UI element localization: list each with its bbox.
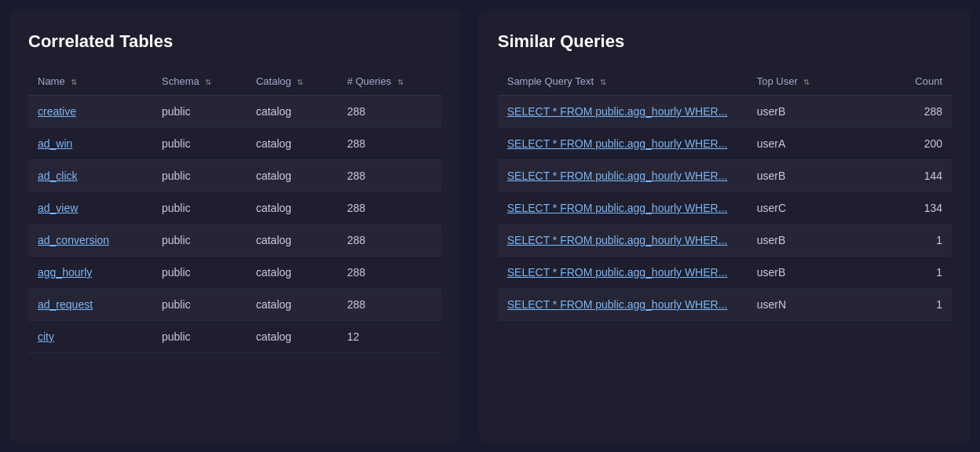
cell-catalog: catalog — [247, 192, 338, 224]
schema-sort-icon[interactable]: ⇅ — [205, 78, 211, 86]
cell-queries: 288 — [338, 192, 441, 224]
cell-top-user: userA — [748, 128, 861, 160]
correlated-tables-table: Name ⇅ Schema ⇅ Catalog ⇅ # Queries ⇅ c — [28, 67, 441, 353]
name-sort-icon[interactable]: ⇅ — [71, 78, 77, 86]
table-row: SELECT * FROM public.agg_hourly WHER... … — [498, 96, 952, 128]
cell-catalog: catalog — [247, 257, 338, 289]
cell-schema: public — [152, 289, 247, 321]
cell-count: 288 — [861, 96, 952, 128]
cell-schema: public — [152, 192, 247, 224]
cell-count: 1 — [861, 289, 952, 321]
cell-query-text[interactable]: SELECT * FROM public.agg_hourly WHER... — [498, 160, 748, 192]
similar-queries-header-row: Sample Query Text ⇅ Top User ⇅ Count — [498, 67, 952, 96]
queries-sort-icon[interactable]: ⇅ — [397, 78, 404, 86]
cell-schema: public — [152, 257, 247, 289]
cell-query-text[interactable]: SELECT * FROM public.agg_hourly WHER... — [498, 289, 748, 321]
cell-name[interactable]: creative — [28, 96, 152, 128]
col-header-count[interactable]: Count — [861, 67, 952, 96]
col-header-catalog[interactable]: Catalog ⇅ — [247, 67, 338, 96]
table-row: SELECT * FROM public.agg_hourly WHER... … — [498, 224, 952, 257]
cell-schema: public — [152, 224, 247, 257]
correlated-tables-header-row: Name ⇅ Schema ⇅ Catalog ⇅ # Queries ⇅ — [28, 67, 441, 96]
catalog-sort-icon[interactable]: ⇅ — [297, 78, 303, 86]
table-row: SELECT * FROM public.agg_hourly WHER... … — [498, 128, 952, 160]
table-row: ad_request public catalog 288 — [28, 289, 441, 321]
table-row: ad_view public catalog 288 — [28, 192, 441, 224]
cell-schema: public — [152, 128, 247, 160]
cell-catalog: catalog — [247, 289, 338, 321]
similar-queries-table: Sample Query Text ⇅ Top User ⇅ Count SEL… — [498, 67, 952, 321]
cell-queries: 12 — [338, 321, 441, 353]
col-header-schema[interactable]: Schema ⇅ — [152, 67, 247, 96]
cell-name[interactable]: ad_view — [28, 192, 152, 224]
cell-queries: 288 — [338, 96, 441, 128]
cell-query-text[interactable]: SELECT * FROM public.agg_hourly WHER... — [498, 192, 748, 224]
cell-count: 1 — [861, 224, 952, 257]
cell-queries: 288 — [338, 289, 441, 321]
table-row: ad_click public catalog 288 — [28, 160, 441, 192]
col-header-name[interactable]: Name ⇅ — [28, 67, 152, 96]
cell-count: 200 — [861, 128, 952, 160]
cell-schema: public — [152, 160, 247, 192]
cell-queries: 288 — [338, 128, 441, 160]
cell-queries: 288 — [338, 257, 441, 289]
cell-count: 1 — [861, 257, 952, 289]
cell-query-text[interactable]: SELECT * FROM public.agg_hourly WHER... — [498, 257, 748, 289]
cell-top-user: userB — [748, 96, 861, 128]
col-header-query-text[interactable]: Sample Query Text ⇅ — [498, 67, 748, 96]
cell-catalog: catalog — [247, 128, 338, 160]
cell-name[interactable]: ad_click — [28, 160, 152, 192]
cell-name[interactable]: city — [28, 321, 152, 353]
table-row: ad_conversion public catalog 288 — [28, 224, 441, 257]
cell-name[interactable]: ad_conversion — [28, 224, 152, 257]
correlated-tables-title: Correlated Tables — [28, 31, 441, 52]
top-user-sort-icon[interactable]: ⇅ — [803, 78, 810, 86]
cell-queries: 288 — [338, 224, 441, 257]
cell-catalog: catalog — [247, 160, 338, 192]
table-row: city public catalog 12 — [28, 321, 441, 353]
cell-catalog: catalog — [247, 224, 338, 257]
cell-top-user: userB — [748, 257, 861, 289]
cell-query-text[interactable]: SELECT * FROM public.agg_hourly WHER... — [498, 96, 748, 128]
cell-queries: 288 — [338, 160, 441, 192]
correlated-tables-panel: Correlated Tables Name ⇅ Schema ⇅ Catalo… — [9, 9, 460, 443]
table-row: SELECT * FROM public.agg_hourly WHER... … — [498, 289, 952, 321]
cell-top-user: userB — [748, 160, 861, 192]
cell-query-text[interactable]: SELECT * FROM public.agg_hourly WHER... — [498, 224, 748, 257]
col-header-top-user[interactable]: Top User ⇅ — [748, 67, 861, 96]
table-row: SELECT * FROM public.agg_hourly WHER... … — [498, 160, 952, 192]
table-row: agg_hourly public catalog 288 — [28, 257, 441, 289]
cell-top-user: userN — [748, 289, 861, 321]
table-row: SELECT * FROM public.agg_hourly WHER... … — [498, 257, 952, 289]
cell-query-text[interactable]: SELECT * FROM public.agg_hourly WHER... — [498, 128, 748, 160]
table-row: SELECT * FROM public.agg_hourly WHER... … — [498, 192, 952, 224]
cell-catalog: catalog — [247, 96, 338, 128]
cell-name[interactable]: ad_win — [28, 128, 152, 160]
col-header-queries[interactable]: # Queries ⇅ — [338, 67, 441, 96]
cell-name[interactable]: agg_hourly — [28, 257, 152, 289]
cell-count: 134 — [861, 192, 952, 224]
cell-catalog: catalog — [247, 321, 338, 353]
cell-schema: public — [152, 321, 247, 353]
similar-queries-title: Similar Queries — [498, 31, 952, 52]
query-sort-icon[interactable]: ⇅ — [600, 78, 606, 86]
cell-count: 144 — [861, 160, 952, 192]
table-row: ad_win public catalog 288 — [28, 128, 441, 160]
cell-top-user: userC — [748, 192, 861, 224]
table-row: creative public catalog 288 — [28, 96, 441, 128]
cell-schema: public — [152, 96, 247, 128]
cell-name[interactable]: ad_request — [28, 289, 152, 321]
similar-queries-panel: Similar Queries Sample Query Text ⇅ Top … — [479, 9, 971, 443]
cell-top-user: userB — [748, 224, 861, 257]
